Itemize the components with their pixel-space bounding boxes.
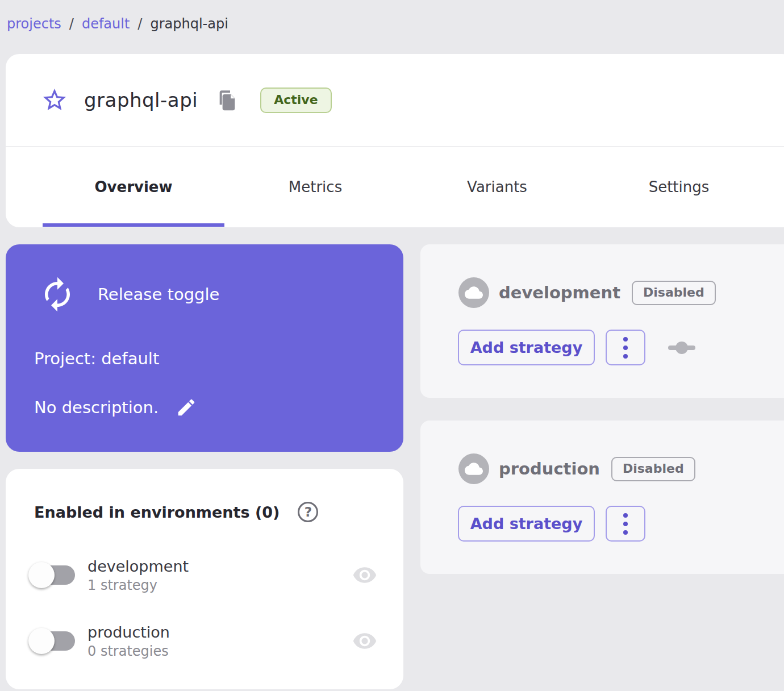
favorite-star-icon[interactable] (41, 86, 68, 114)
breadcrumb-separator: / (137, 16, 142, 32)
breadcrumb-current: graphql-api (150, 16, 228, 32)
tab-settings[interactable]: Settings (588, 147, 770, 227)
environment-toggle-switch[interactable] (28, 628, 76, 654)
environment-row-text: development 1 strategy (87, 557, 189, 593)
environment-row-name: development (87, 557, 189, 575)
breadcrumb-separator: / (69, 16, 74, 32)
toggle-type-row: Release toggle (39, 276, 219, 313)
eye-icon[interactable] (349, 628, 381, 653)
tab-overview-label: Overview (94, 178, 172, 195)
feature-toggle-overview-page: projects / default / graphql-api graphql… (0, 0, 784, 691)
cloud-icon (458, 453, 489, 484)
breadcrumb-link-projects[interactable]: projects (7, 16, 61, 32)
environment-toggle-switch[interactable] (28, 562, 76, 588)
tab-metrics-label: Metrics (289, 178, 342, 195)
tab-variants-label: Variants (467, 178, 527, 195)
environment-row-name: production (87, 623, 170, 641)
breadcrumb: projects / default / graphql-api (7, 16, 228, 32)
tab-overview[interactable]: Overview (43, 147, 224, 227)
tab-settings-label: Settings (649, 178, 710, 195)
environment-card-development: development Disabled Add strategy (420, 244, 784, 398)
environment-header: development Disabled (458, 277, 716, 308)
page-title: graphql-api (84, 89, 198, 111)
eye-icon[interactable] (349, 563, 381, 588)
project-label: Project: default (34, 349, 159, 368)
cloud-icon (458, 277, 489, 308)
enabled-environments-card: Enabled in environments (0) ? developmen… (6, 469, 403, 689)
strategy-slider-icon (668, 341, 695, 355)
environment-card-production: production Disabled Add strategy (420, 421, 784, 574)
environment-actions: Add strategy (458, 330, 695, 365)
more-options-kebab-icon[interactable] (606, 506, 645, 542)
status-badge: Active (260, 88, 331, 113)
toggle-type-label: Release toggle (98, 285, 219, 304)
environment-name: production (499, 459, 600, 478)
breadcrumb-link-default[interactable]: default (82, 16, 130, 32)
environment-actions: Add strategy (458, 506, 645, 542)
release-toggle-cycle-icon (39, 276, 76, 313)
toggle-overview-card: Release toggle Project: default No descr… (6, 244, 403, 452)
environment-status-badge: Disabled (611, 457, 695, 481)
feature-header-row: graphql-api Active (6, 54, 784, 147)
environment-name: development (499, 283, 620, 302)
more-options-kebab-icon[interactable] (606, 330, 645, 365)
feature-tabs: Overview Metrics Variants Settings (6, 147, 784, 227)
enabled-environments-title: Enabled in environments (0) (34, 503, 280, 521)
environment-row-strategies: 0 strategies (87, 643, 170, 659)
environment-row-text: production 0 strategies (87, 623, 170, 659)
add-strategy-button[interactable]: Add strategy (458, 506, 595, 542)
help-icon[interactable]: ? (298, 502, 318, 522)
tab-variants[interactable]: Variants (406, 147, 588, 227)
environment-header: production Disabled (458, 453, 695, 484)
copy-name-icon[interactable] (216, 89, 239, 111)
description-label: No description. (34, 398, 159, 417)
environment-row-strategies: 1 strategy (87, 577, 189, 593)
tab-metrics[interactable]: Metrics (224, 147, 406, 227)
environment-status-badge: Disabled (632, 281, 716, 305)
environment-toggle-row-production: production 0 strategies (28, 623, 381, 659)
feature-header-card: graphql-api Active Overview Metrics Vari… (6, 54, 784, 227)
edit-description-pencil-icon[interactable] (176, 397, 197, 418)
environment-toggle-row-development: development 1 strategy (28, 557, 381, 593)
description-row: No description. (34, 397, 197, 418)
enabled-environments-header: Enabled in environments (0) ? (34, 502, 318, 522)
add-strategy-button[interactable]: Add strategy (458, 330, 595, 365)
